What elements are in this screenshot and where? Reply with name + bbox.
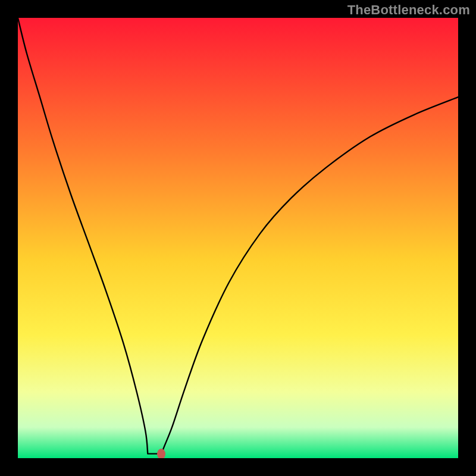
- minimum-marker: [157, 449, 165, 458]
- chart-frame: TheBottleneck.com: [0, 0, 476, 476]
- bottleneck-curve: [18, 18, 458, 454]
- plot-area: [18, 18, 458, 458]
- watermark-text: TheBottleneck.com: [347, 2, 470, 18]
- curve-layer: [18, 18, 458, 458]
